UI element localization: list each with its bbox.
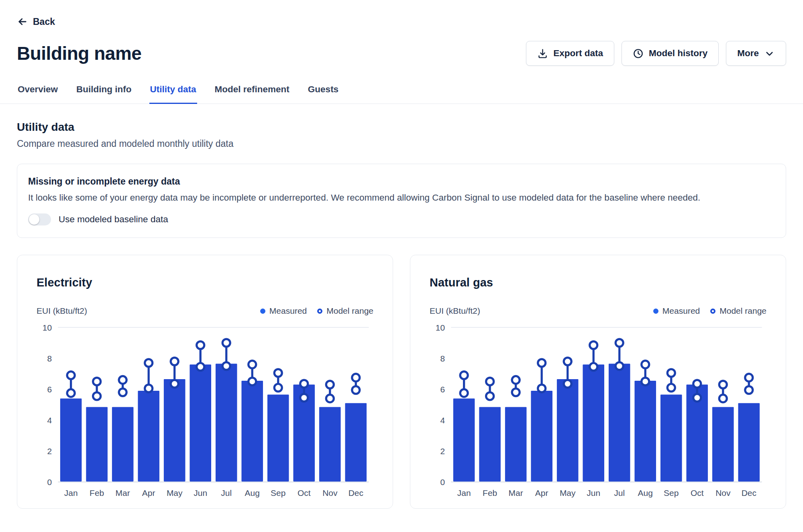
measured-bar-Feb [86,407,108,481]
model-range-marker-May [171,357,178,365]
tab-overview[interactable]: Overview [17,80,59,104]
y-axis-tick-label: 4 [440,416,445,425]
model-range-marker-Aug [249,361,256,368]
header-actions: Export data Model history More [526,41,786,66]
model-range-marker-Jul [615,339,623,347]
model-range-marker-Nov [719,381,727,388]
y-axis-tick-label: 8 [47,354,52,363]
model-history-label: Model history [649,48,707,59]
model-range-marker-May [171,380,178,388]
clock-icon [633,48,644,59]
natural-gas-chart: 0246810JanFebMarAprMayJunJulAugSepOctNov… [430,320,766,500]
measured-bar-Mar [505,407,527,481]
measured-bar-Jun [583,365,604,482]
chevron-down-icon [764,48,775,59]
y-axis-tick-label: 6 [47,385,52,394]
back-link[interactable]: Back [17,16,55,27]
alert-body: It looks like some of your energy data m… [28,193,775,203]
model-range-ring-icon [710,309,715,314]
natural-gas-y-axis-title: EUI (kBtu/ft2) [430,306,480,316]
page: Back Building name Export data [0,0,803,532]
measured-bar-Jan [453,398,475,481]
legend-measured: Measured [260,306,307,316]
model-range-marker-Mar [119,388,126,396]
model-range-marker-Jan [67,389,75,397]
x-axis-tick-label: Nov [715,488,731,497]
x-axis-tick-label: Aug [245,488,260,497]
measured-bar-Apr [138,391,159,481]
electricity-chart: 0246810JanFebMarAprMayJunJulAugSepOctNov… [37,320,373,500]
measured-bar-Dec [738,403,760,481]
measured-bar-Sep [267,395,289,482]
electricity-card: Electricity EUI (kBtu/ft2) Measured Mode… [17,255,393,509]
section-subtitle: Compare measured and modeled monthly uti… [17,138,786,149]
model-range-marker-Aug [642,378,649,385]
back-arrow-icon [17,16,28,27]
y-axis-tick-label: 2 [47,447,52,456]
electricity-y-axis-title: EUI (kBtu/ft2) [37,306,87,316]
measured-bar-Apr [531,391,552,481]
x-axis-tick-label: Sep [664,488,679,497]
x-axis-tick-label: Jan [457,488,471,497]
model-range-marker-Oct [693,394,701,402]
y-axis-tick-label: 0 [440,477,445,487]
more-label: More [737,48,759,59]
x-axis-tick-label: Dec [349,488,363,497]
x-axis-tick-label: May [560,488,576,497]
model-range-marker-Jan [460,389,468,397]
model-range-marker-Jun [590,341,597,349]
model-range-marker-Apr [538,385,546,392]
tab-building-info[interactable]: Building info [75,80,132,104]
model-range-marker-Aug [642,361,649,368]
model-range-marker-Apr [538,359,546,367]
model-range-marker-Sep [667,369,675,377]
model-range-marker-Mar [512,376,520,384]
model-range-marker-Feb [93,392,101,400]
measured-bar-Aug [634,381,656,481]
measured-bar-May [164,379,185,481]
measured-bar-Jun [190,365,211,482]
y-axis-tick-label: 0 [47,477,52,487]
toggle-label: Use modeled baseline data [59,214,168,225]
x-axis-tick-label: Jan [64,488,78,497]
download-icon [537,48,548,59]
x-axis-tick-label: Feb [90,488,104,497]
model-range-marker-Dec [745,386,753,394]
model-range-ring-icon [317,309,322,314]
model-range-marker-Sep [274,384,282,392]
y-axis-tick-label: 8 [440,354,445,363]
legend-model-range-label: Model range [719,306,766,316]
tab-model-refinement[interactable]: Model refinement [214,80,290,104]
y-axis-tick-label: 4 [47,416,52,425]
electricity-card-title: Electricity [37,276,373,289]
model-range-marker-Mar [512,388,520,396]
section-title: Utility data [17,121,786,134]
model-range-marker-Aug [249,378,256,385]
legend-measured-label: Measured [269,306,307,316]
measured-dot-icon [653,309,658,314]
model-range-marker-Dec [745,374,753,382]
measured-bar-Jan [60,398,82,481]
legend-measured-label: Measured [662,306,700,316]
tab-utility-data[interactable]: Utility data [149,80,197,104]
main-content: Utility data Compare measured and modele… [0,121,803,509]
measured-bar-Nov [712,407,734,481]
y-axis-tick-label: 10 [436,323,445,332]
measured-bar-Mar [112,407,134,481]
model-range-marker-Sep [274,369,282,377]
export-data-button[interactable]: Export data [526,41,614,66]
natural-gas-card-title: Natural gas [430,276,766,289]
model-range-marker-Jun [197,363,204,371]
toggle-row: Use modeled baseline data [28,213,775,225]
model-history-button[interactable]: Model history [622,41,719,66]
model-range-marker-Nov [326,395,334,402]
x-axis-tick-label: Dec [742,488,756,497]
x-axis-tick-label: Jun [587,488,600,497]
use-modeled-baseline-toggle[interactable] [28,213,51,225]
more-button[interactable]: More [726,41,786,66]
model-range-marker-Jan [67,372,75,379]
model-range-marker-May [564,380,571,388]
tab-guests[interactable]: Guests [307,80,339,104]
x-axis-tick-label: Jul [221,488,232,497]
model-range-marker-Jan [460,372,468,379]
